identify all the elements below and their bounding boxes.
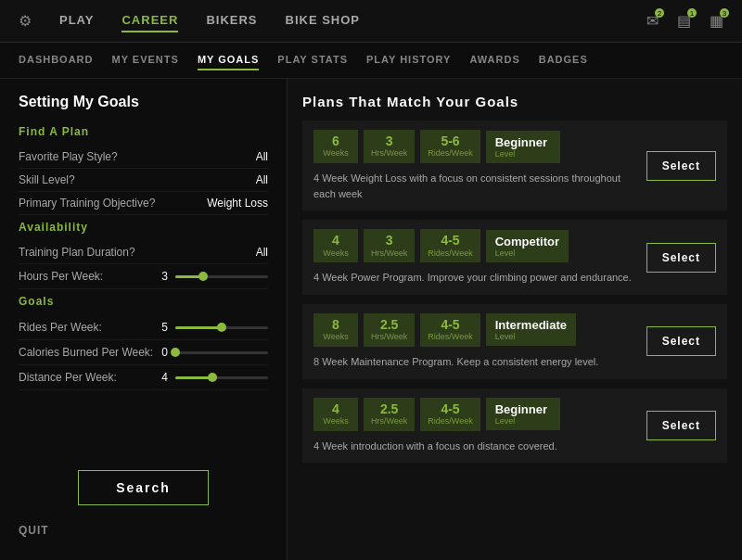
plan-2-weeks-value: 4 bbox=[332, 234, 339, 248]
plan-1-rides-label: Rides/Week bbox=[428, 148, 472, 159]
distance-slider-track[interactable] bbox=[175, 376, 268, 379]
plan-duration-label: Training Plan Duration? bbox=[19, 246, 135, 259]
field-training-objective: Primary Training Objective? Weight Loss bbox=[19, 192, 268, 215]
slider-calories-controls: 0 bbox=[155, 346, 268, 359]
rides-slider-track[interactable] bbox=[175, 326, 268, 329]
plan-4-select-button[interactable]: Select bbox=[646, 411, 716, 440]
main-content: Setting My Goals Find A Plan Favorite Pl… bbox=[0, 79, 742, 560]
plan-1-level: Beginner Level bbox=[486, 131, 560, 163]
plan-3-select-button[interactable]: Select bbox=[646, 326, 716, 356]
hours-slider-track[interactable] bbox=[175, 275, 268, 278]
plan-card-3: 8 Weeks 2.5 Hrs/Week 4-5 Rides/Week In bbox=[302, 304, 727, 379]
plan-2-level-label: Level bbox=[495, 248, 559, 258]
training-objective-label: Primary Training Objective? bbox=[19, 197, 155, 210]
field-skill-level: Skill Level? All bbox=[19, 169, 268, 192]
slider-distance: Distance Per Week: 4 bbox=[19, 365, 268, 390]
plan-4-content: 4 Weeks 2.5 Hrs/Week 4-5 Rides/Week Be bbox=[313, 398, 637, 454]
goals-label: Goals bbox=[19, 295, 268, 308]
rides-slider-fill bbox=[175, 326, 222, 329]
plan-1-level-label: Level bbox=[495, 149, 551, 159]
skill-level-value: All bbox=[256, 173, 268, 186]
slider-calories: Calories Burned Per Week: 0 bbox=[19, 340, 268, 365]
plan-3-rides-label: Rides/Week bbox=[428, 332, 472, 342]
subnav-playstats[interactable]: PLAY STATS bbox=[277, 50, 348, 70]
settings-icon[interactable]: ⚙ bbox=[19, 12, 32, 30]
plan-3-level: Intermediate Level bbox=[486, 313, 576, 346]
chart-icon[interactable]: ▤ 1 bbox=[677, 12, 691, 30]
plan-4-weeks-value: 4 bbox=[332, 402, 339, 416]
plan-3-level-label: Level bbox=[495, 332, 567, 341]
subnav-badges[interactable]: BADGES bbox=[539, 50, 588, 70]
plan-4-hrs: 2.5 Hrs/Week bbox=[364, 398, 415, 431]
rides-per-week-label: Rides Per Week: bbox=[19, 321, 130, 334]
plan-4-hrs-value: 2.5 bbox=[380, 402, 398, 416]
plan-2-rides-value: 4-5 bbox=[441, 234, 459, 248]
subnav-awards[interactable]: AWARDS bbox=[469, 50, 519, 70]
top-nav-icons: ✉ 2 ▤ 1 ▦ 3 bbox=[646, 12, 723, 30]
plan-2-level-value: Competitor bbox=[495, 235, 559, 248]
quit-link[interactable]: QUIT bbox=[19, 515, 268, 546]
nav-play[interactable]: PLAY bbox=[59, 9, 94, 32]
skill-level-label: Skill Level? bbox=[19, 173, 75, 186]
plan-4-hrs-label: Hrs/Week bbox=[371, 416, 407, 426]
calories-slider-track[interactable] bbox=[175, 351, 268, 354]
plan-3-desc: 8 Week Maintenance Program. Keep a consi… bbox=[313, 354, 637, 370]
play-style-value: All bbox=[256, 150, 268, 163]
plan-2-select-button[interactable]: Select bbox=[646, 243, 716, 273]
main-nav: PLAY CAREER BIKERS BIKE SHOP bbox=[59, 9, 646, 32]
nav-bikeshop[interactable]: BIKE SHOP bbox=[286, 9, 361, 32]
plan-2-content: 4 Weeks 3 Hrs/Week 4-5 Rides/Week Comp bbox=[313, 229, 637, 286]
plan-card-2: 4 Weeks 3 Hrs/Week 4-5 Rides/Week Comp bbox=[302, 220, 727, 295]
mail-badge: 2 bbox=[655, 8, 664, 18]
plan-2-weeks-label: Weeks bbox=[323, 248, 348, 259]
rides-slider-thumb[interactable] bbox=[217, 323, 226, 332]
search-button[interactable]: Search bbox=[78, 470, 209, 505]
plan-2-hrs-value: 3 bbox=[386, 234, 393, 248]
availability-label: Availability bbox=[19, 221, 268, 234]
plan-3-level-value: Intermediate bbox=[495, 318, 567, 332]
plan-2-hrs-label: Hrs/Week bbox=[371, 248, 407, 259]
sub-nav: DASHBOARD MY EVENTS MY GOALS PLAY STATS … bbox=[0, 43, 742, 79]
distance-slider-thumb[interactable] bbox=[208, 373, 217, 382]
training-objective-value: Weight Loss bbox=[207, 197, 268, 210]
plan-1-weeks-label: Weeks bbox=[323, 148, 348, 159]
plan-4-weeks: 4 Weeks bbox=[313, 398, 358, 431]
subnav-myevents[interactable]: MY EVENTS bbox=[112, 50, 179, 70]
plan-1-hrs-value: 3 bbox=[386, 134, 393, 148]
plan-1-hrs: 3 Hrs/Week bbox=[364, 130, 415, 163]
plan-2-stats: 4 Weeks 3 Hrs/Week 4-5 Rides/Week Comp bbox=[313, 229, 637, 262]
plan-4-rides-value: 4-5 bbox=[441, 402, 459, 416]
plan-4-stats: 4 Weeks 2.5 Hrs/Week 4-5 Rides/Week Be bbox=[313, 398, 637, 431]
field-play-style: Favorite Play Style? All bbox=[19, 146, 268, 169]
mail-icon[interactable]: ✉ 2 bbox=[646, 12, 659, 30]
rides-per-week-value: 5 bbox=[155, 321, 168, 334]
hours-slider-thumb[interactable] bbox=[198, 272, 208, 281]
plan-3-weeks: 8 Weeks bbox=[313, 313, 358, 347]
subnav-playhistory[interactable]: PLAY HISTORY bbox=[366, 50, 451, 70]
search-button-container: Search bbox=[19, 452, 268, 515]
plan-3-stats: 8 Weeks 2.5 Hrs/Week 4-5 Rides/Week In bbox=[313, 313, 637, 347]
hours-per-week-value: 3 bbox=[155, 270, 168, 283]
plan-card-4-row: 4 Weeks 2.5 Hrs/Week 4-5 Rides/Week Be bbox=[313, 398, 716, 454]
nav-career[interactable]: CAREER bbox=[122, 9, 178, 32]
plan-4-desc: 4 Week introduction with a focus on dist… bbox=[313, 439, 637, 454]
plan-1-select-button[interactable]: Select bbox=[646, 151, 716, 181]
plan-card-1-row: 6 Weeks 3 Hrs/Week 5-6 Rides/Week Begi bbox=[313, 130, 716, 201]
calories-slider-thumb[interactable] bbox=[171, 348, 180, 357]
image-icon[interactable]: ▦ 3 bbox=[710, 12, 723, 30]
plan-3-rides-value: 4-5 bbox=[441, 318, 459, 332]
subnav-mygoals[interactable]: MY GOALS bbox=[198, 50, 259, 70]
slider-rides-controls: 5 bbox=[155, 321, 268, 334]
slider-distance-controls: 4 bbox=[155, 371, 268, 384]
slider-hours-controls: 3 bbox=[155, 270, 268, 283]
plan-card-2-row: 4 Weeks 3 Hrs/Week 4-5 Rides/Week Comp bbox=[313, 229, 716, 286]
plan-3-rides: 4-5 Rides/Week bbox=[420, 313, 480, 347]
plan-4-level: Beginner Level bbox=[486, 398, 560, 430]
plan-1-weeks: 6 Weeks bbox=[313, 130, 358, 163]
subnav-dashboard[interactable]: DASHBOARD bbox=[19, 50, 94, 70]
nav-bikers[interactable]: BIKERS bbox=[206, 9, 257, 32]
distance-label: Distance Per Week: bbox=[19, 371, 130, 384]
plan-2-rides: 4-5 Rides/Week bbox=[420, 229, 480, 262]
plan-duration-value: All bbox=[256, 246, 268, 259]
plan-1-weeks-value: 6 bbox=[332, 134, 339, 148]
